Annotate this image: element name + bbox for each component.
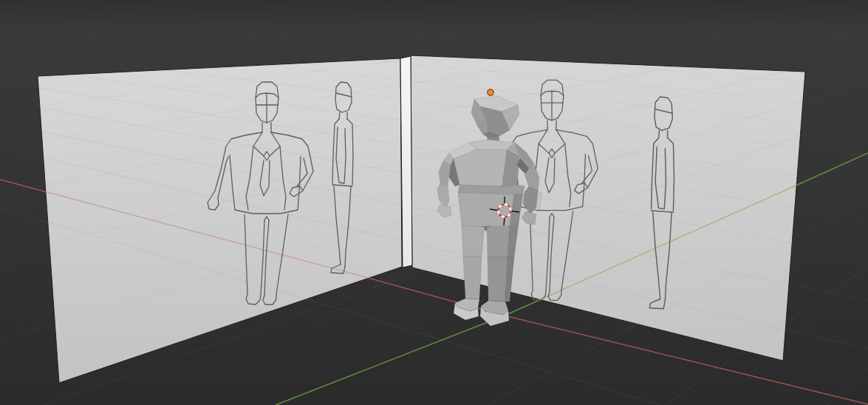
- viewport-canvas: [0, 0, 868, 405]
- reference-plane-edge[interactable]: [400, 56, 412, 268]
- object-origin-point[interactable]: [488, 89, 493, 95]
- viewport-3d[interactable]: [0, 0, 868, 405]
